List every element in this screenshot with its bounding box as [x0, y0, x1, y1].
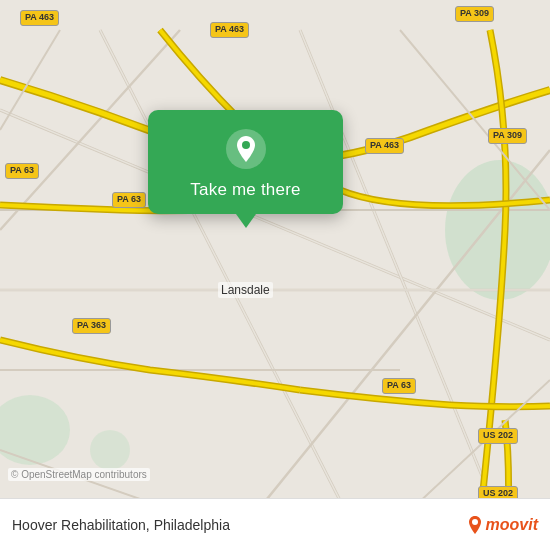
copyright-text: © OpenStreetMap contributors: [8, 468, 150, 481]
badge-pa363: PA 363: [72, 318, 111, 334]
badge-pa463-top-left: PA 463: [20, 10, 59, 26]
moovit-pin-icon: [464, 514, 486, 536]
svg-point-1: [445, 160, 550, 300]
badge-pa309-mid-right: PA 309: [488, 128, 527, 144]
badge-pa63-center: PA 63: [112, 192, 146, 208]
location-pin-icon: [225, 128, 267, 170]
take-me-there-label: Take me there: [190, 180, 300, 200]
badge-pa463-mid: PA 463: [365, 138, 404, 154]
badge-pa63-left: PA 63: [5, 163, 39, 179]
svg-point-22: [472, 519, 478, 525]
badge-pa63-bottom: PA 63: [382, 378, 416, 394]
moovit-logo-container: moovit: [464, 514, 538, 536]
bottom-bar: Hoover Rehabilitation, Philadelphia moov…: [0, 498, 550, 550]
badge-pa309-top-right: PA 309: [455, 6, 494, 22]
take-me-there-card[interactable]: Take me there: [148, 110, 343, 214]
map-container: PA 463 PA 309 PA 463 PA 463 PA 309 PA 63…: [0, 0, 550, 550]
place-label: Lansdale: [218, 282, 273, 298]
moovit-text-label: moovit: [486, 516, 538, 534]
svg-point-3: [90, 430, 130, 470]
svg-point-21: [242, 141, 250, 149]
badge-us202-top: US 202: [478, 428, 518, 444]
badge-pa463-top-center: PA 463: [210, 22, 249, 38]
bottom-destination-text: Hoover Rehabilitation, Philadelphia: [12, 517, 230, 533]
